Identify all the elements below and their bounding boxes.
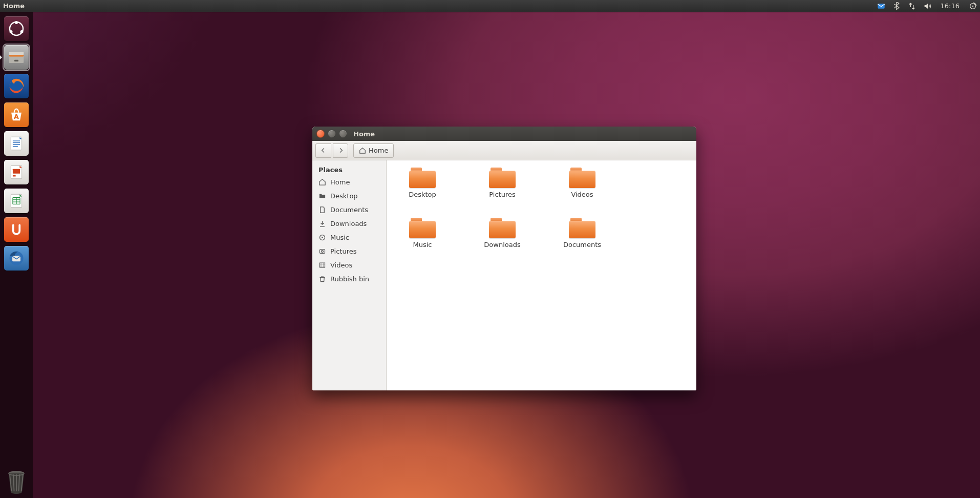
folder-pictures[interactable]: Pictures — [478, 168, 527, 198]
folder-icon — [318, 192, 326, 200]
svg-rect-7 — [9, 56, 24, 63]
videos-icon — [318, 261, 326, 269]
ubuntu-one-launcher[interactable] — [3, 216, 30, 243]
svg-rect-9 — [9, 52, 24, 55]
window-title-bar[interactable]: Home — [312, 127, 696, 141]
folder-documents[interactable]: Documents — [558, 218, 607, 248]
nav-forward-button[interactable] — [333, 143, 348, 158]
files-launcher[interactable] — [3, 44, 30, 71]
mail-indicator-icon[interactable] — [877, 2, 885, 10]
svg-point-5 — [10, 30, 13, 33]
folder-icon — [489, 218, 516, 238]
trash-launcher[interactable] — [3, 468, 30, 495]
sidebar-label: Music — [330, 234, 349, 241]
sidebar-label: Downloads — [330, 220, 367, 227]
svg-point-28 — [322, 237, 323, 238]
window-maximize-button[interactable] — [339, 130, 347, 138]
dash-icon — [4, 16, 29, 41]
folder-label: Downloads — [484, 241, 520, 248]
libreoffice-calc-launcher[interactable] — [3, 188, 30, 214]
window-minimize-button[interactable] — [328, 130, 336, 138]
folder-view[interactable]: Desktop Pictures Videos Music Downloads … — [387, 160, 696, 390]
svg-point-6 — [20, 30, 24, 33]
folder-icon — [569, 168, 595, 188]
ubuntu-one-icon — [4, 217, 29, 242]
sidebar-label: Rubbish bin — [330, 275, 369, 283]
libreoffice-impress-launcher[interactable] — [3, 159, 30, 185]
svg-rect-17 — [13, 146, 18, 147]
top-panel: Home 16:16 — [0, 0, 980, 12]
svg-point-30 — [322, 251, 324, 253]
sidebar-place-music[interactable]: Music — [312, 231, 386, 244]
sidebar-place-home[interactable]: Home — [312, 175, 386, 189]
sidebar-label: Pictures — [330, 247, 356, 255]
svg-rect-16 — [13, 144, 20, 144]
window-title: Home — [353, 130, 375, 138]
sidebar-label: Videos — [330, 261, 352, 269]
firefox-icon — [4, 74, 29, 98]
launcher: A — [0, 12, 33, 498]
pictures-icon — [318, 247, 326, 255]
folder-downloads[interactable]: Downloads — [478, 218, 527, 248]
svg-point-2 — [972, 5, 974, 7]
folder-icon — [489, 168, 516, 188]
software-center-icon: A — [4, 102, 29, 127]
folder-icon — [569, 218, 595, 238]
libreoffice-impress-icon — [4, 160, 29, 184]
thunderbird-icon — [4, 246, 29, 271]
software-center-launcher[interactable]: A — [3, 101, 30, 128]
window-close-button[interactable] — [316, 130, 325, 138]
folder-icon — [409, 168, 436, 188]
libreoffice-calc-icon — [4, 189, 29, 213]
clock-indicator[interactable]: 16:16 — [941, 2, 960, 10]
nav-back-button[interactable] — [315, 143, 331, 158]
document-icon — [318, 206, 326, 214]
svg-text:A: A — [14, 113, 19, 120]
firefox-launcher[interactable] — [3, 73, 30, 99]
sidebar-section-title: Places — [312, 164, 386, 175]
breadcrumb-home[interactable]: Home — [353, 143, 394, 158]
home-icon — [318, 178, 326, 186]
sidebar-place-documents[interactable]: Documents — [312, 203, 386, 217]
libreoffice-writer-icon — [4, 131, 29, 156]
svg-rect-29 — [320, 250, 325, 254]
thunderbird-launcher[interactable] — [3, 245, 30, 272]
folder-videos[interactable]: Videos — [558, 168, 607, 198]
places-sidebar: Places Home Desktop Documents Downloads … — [312, 160, 387, 390]
sidebar-place-rubbish[interactable]: Rubbish bin — [312, 272, 386, 286]
folder-label: Music — [413, 241, 432, 248]
folder-label: Pictures — [489, 191, 515, 198]
svg-rect-19 — [13, 169, 20, 174]
sidebar-place-downloads[interactable]: Downloads — [312, 217, 386, 231]
file-manager-window: Home Home Places Home Desktop — [312, 127, 696, 390]
download-icon — [318, 220, 326, 227]
sidebar-place-pictures[interactable]: Pictures — [312, 244, 386, 258]
bluetooth-indicator-icon[interactable] — [892, 2, 901, 10]
svg-rect-14 — [13, 140, 20, 141]
sidebar-place-videos[interactable]: Videos — [312, 258, 386, 272]
file-manager-icon — [4, 45, 29, 70]
folder-desktop[interactable]: Desktop — [398, 168, 447, 198]
session-indicator-icon[interactable] — [969, 2, 977, 10]
sidebar-place-desktop[interactable]: Desktop — [312, 189, 386, 203]
folder-label: Videos — [571, 191, 593, 198]
sidebar-label: Documents — [330, 206, 368, 214]
folder-music[interactable]: Music — [398, 218, 447, 248]
trash-icon — [4, 468, 29, 495]
svg-rect-20 — [13, 175, 16, 176]
sidebar-label: Home — [330, 178, 350, 186]
network-indicator-icon[interactable] — [908, 2, 916, 10]
trash-icon — [318, 275, 326, 283]
folder-label: Desktop — [409, 191, 436, 198]
svg-rect-15 — [13, 142, 20, 143]
active-app-label[interactable]: Home — [3, 2, 25, 10]
dash-launcher[interactable] — [3, 15, 30, 42]
music-icon — [318, 234, 326, 241]
svg-rect-31 — [320, 263, 325, 267]
svg-rect-21 — [13, 177, 16, 177]
window-toolbar: Home — [312, 141, 696, 160]
svg-rect-10 — [14, 60, 18, 61]
sound-indicator-icon[interactable] — [923, 2, 931, 10]
libreoffice-writer-launcher[interactable] — [3, 130, 30, 157]
breadcrumb-label: Home — [369, 147, 388, 154]
